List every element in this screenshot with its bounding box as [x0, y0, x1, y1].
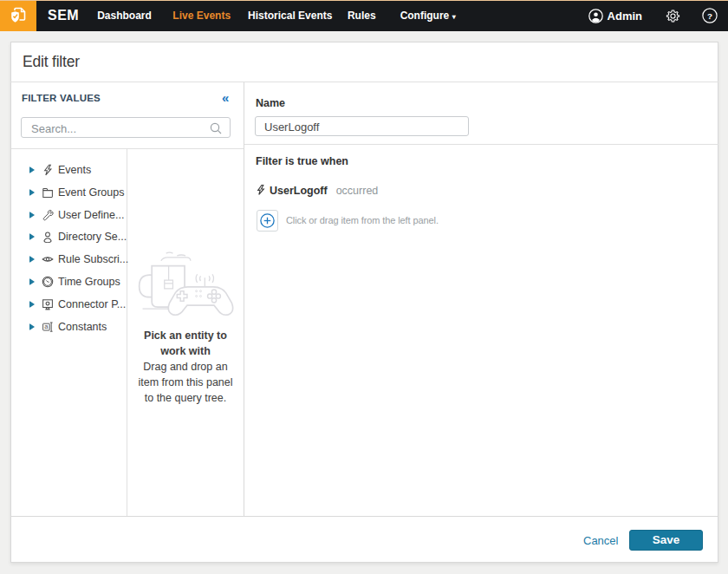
svg-text:?: ?: [707, 11, 712, 21]
svg-text:a: a: [44, 323, 49, 330]
